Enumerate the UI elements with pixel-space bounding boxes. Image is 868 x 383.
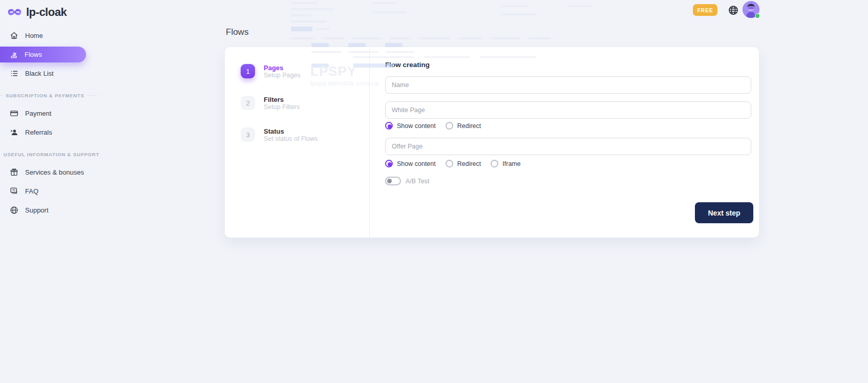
offer-page-show-content-radio[interactable]: Show content <box>385 160 436 167</box>
step-title: Filters <box>264 96 300 103</box>
sidebar-section-subscription-payments: SUBSCRIPTION & PAYMENTS <box>0 93 102 98</box>
sidebar-item-payment[interactable]: Payment <box>0 105 102 121</box>
ab-test-label: A/B Test <box>406 178 429 185</box>
sidebar-item-referrals[interactable]: Referrals <box>0 124 102 140</box>
sidebar-item-label: Support <box>25 206 49 214</box>
home-icon <box>10 31 18 40</box>
brand-name: lp-cloak <box>26 6 67 19</box>
offer-page-iframe-radio[interactable]: Iframe <box>491 160 520 167</box>
white-page-show-content-radio[interactable]: Show content <box>385 122 436 130</box>
svg-text:?!: ?! <box>12 188 15 192</box>
step-number: 3 <box>241 127 255 142</box>
stepper-step-pages[interactable]: 1 Pages Setup Pages <box>241 64 301 79</box>
app-root: lp-cloak Home <box>0 0 868 383</box>
online-status-dot <box>755 13 760 18</box>
plan-badge[interactable]: FREE <box>693 4 717 16</box>
credit-card-icon <box>10 109 18 118</box>
ab-test-row: A/B Test <box>385 177 429 185</box>
sidebar-section-useful-support: USEFUL INFORMATION & SUPPORT <box>0 152 102 157</box>
offer-page-input[interactable] <box>385 138 751 155</box>
sidebar-item-home[interactable]: Home <box>0 28 102 44</box>
radio-unselected-icon <box>446 122 453 130</box>
card-divider <box>369 47 370 238</box>
flow-creating-card: 1 Pages Setup Pages 2 Filters Setup Filt… <box>225 47 759 238</box>
sidebar-item-services-bonuses[interactable]: Services & bonuses <box>0 164 102 180</box>
step-number: 1 <box>241 64 255 78</box>
page-title: Flows <box>226 27 248 37</box>
sidebar-item-black-list[interactable]: Black List <box>0 66 102 81</box>
step-number: 2 <box>241 96 255 110</box>
white-page-radio-group: Show content Redirect <box>385 121 481 130</box>
sidebar-item-label: Flows <box>25 51 42 58</box>
sidebar: lp-cloak Home <box>0 0 102 383</box>
sidebar-item-faq[interactable]: ?! FAQ <box>0 183 102 199</box>
sidebar-item-label: Home <box>25 32 43 39</box>
referrals-icon <box>10 128 18 137</box>
flows-icon <box>10 51 18 59</box>
stepper-step-status[interactable]: 3 Status Set status of Flows <box>241 127 318 143</box>
sidebar-item-label: FAQ <box>25 187 38 195</box>
step-title: Status <box>264 127 318 135</box>
next-step-button[interactable]: Next step <box>695 202 753 223</box>
radio-unselected-icon <box>446 160 453 167</box>
faq-bubble-icon: ?! <box>10 187 18 196</box>
name-input[interactable] <box>385 76 751 94</box>
toggle-knob-icon <box>387 179 392 183</box>
white-page-redirect-radio[interactable]: Redirect <box>446 122 481 130</box>
gift-icon <box>10 168 18 177</box>
sidebar-nav: Home Flows <box>0 28 102 218</box>
sidebar-item-label: Payment <box>25 110 51 117</box>
offer-page-radio-group: Show content Redirect Iframe <box>385 159 521 168</box>
sidebar-item-label: Referrals <box>25 129 52 136</box>
mask-logo-icon <box>8 8 22 17</box>
topbar: FREE <box>693 1 759 18</box>
ab-test-toggle[interactable] <box>385 177 401 185</box>
form-title: Flow creating <box>385 61 430 69</box>
brand-logo: lp-cloak <box>0 0 102 20</box>
sidebar-item-flows[interactable]: Flows <box>0 47 86 62</box>
offer-page-redirect-radio[interactable]: Redirect <box>446 160 481 167</box>
stepper-step-filters[interactable]: 2 Filters Setup Filters <box>241 96 300 111</box>
radio-selected-icon <box>385 122 393 130</box>
step-subtitle: Setup Filters <box>264 103 300 111</box>
sidebar-item-label: Black List <box>25 70 54 77</box>
black-list-icon <box>10 69 18 78</box>
step-subtitle: Set status of Flows <box>264 135 318 143</box>
step-subtitle: Setup Pages <box>264 72 301 79</box>
user-avatar[interactable] <box>743 1 759 18</box>
radio-selected-icon <box>385 160 393 167</box>
sidebar-item-support[interactable]: Support <box>0 202 102 218</box>
step-title: Pages <box>264 64 301 72</box>
support-globe-icon <box>10 206 18 215</box>
sidebar-item-label: Services & bonuses <box>25 168 84 176</box>
radio-unselected-icon <box>491 160 498 167</box>
white-page-input[interactable] <box>385 101 751 119</box>
language-globe-icon[interactable] <box>728 5 738 15</box>
